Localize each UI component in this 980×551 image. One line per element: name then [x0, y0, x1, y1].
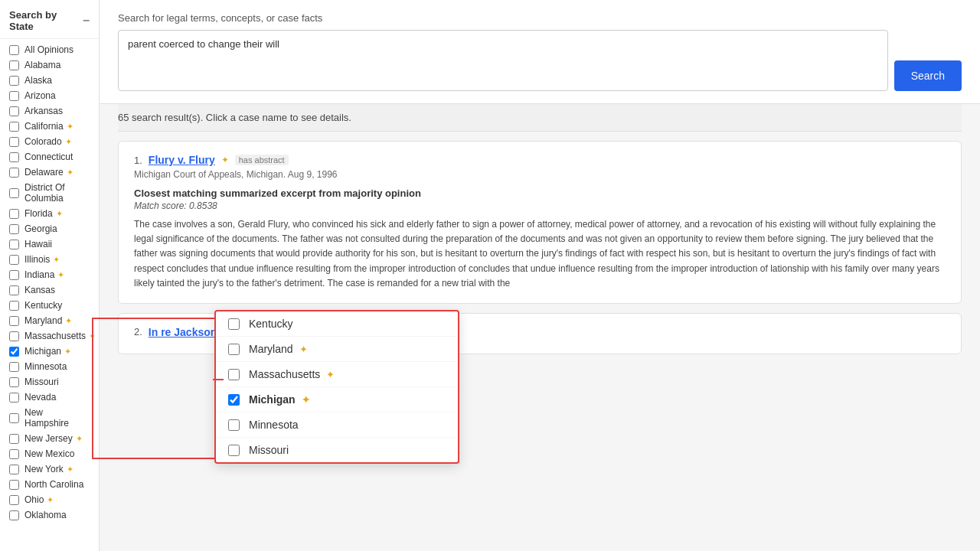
- checkbox-9[interactable]: [9, 188, 19, 198]
- sidebar-state-23[interactable]: New Hampshire: [0, 405, 99, 431]
- checkbox-0[interactable]: [9, 45, 19, 55]
- checkbox-8[interactable]: [9, 168, 19, 178]
- zoom-state-5[interactable]: Missouri: [216, 438, 458, 462]
- collapse-icon[interactable]: −: [83, 14, 90, 28]
- zoom-checkbox-5[interactable]: [228, 445, 240, 456]
- sidebar-state-12[interactable]: Hawaii: [0, 236, 99, 252]
- zoom-checkbox-3[interactable]: [228, 394, 240, 406]
- sidebar-state-1[interactable]: Alabama: [0, 57, 99, 73]
- zoom-state-2[interactable]: Massachusetts✦: [216, 362, 458, 387]
- sidebar-state-22[interactable]: Nevada: [0, 390, 99, 405]
- checkbox-24[interactable]: [9, 434, 19, 444]
- checkbox-7[interactable]: [9, 152, 19, 162]
- checkbox-25[interactable]: [9, 449, 19, 459]
- state-label-29: Oklahoma: [24, 510, 67, 520]
- sidebar-state-27[interactable]: North Carolina: [0, 477, 99, 492]
- checkbox-12[interactable]: [9, 240, 19, 249]
- checkbox-2[interactable]: [9, 76, 19, 86]
- sidebar-state-28[interactable]: Ohio✦: [0, 492, 99, 507]
- sidebar-state-25[interactable]: New Mexico: [0, 446, 99, 461]
- zoom-state-label-3: Michigan: [249, 393, 296, 406]
- sidebar-state-8[interactable]: Delaware✦: [0, 165, 99, 180]
- checkbox-6[interactable]: [9, 137, 19, 147]
- sidebar-state-10[interactable]: Florida✦: [0, 206, 99, 221]
- result-text-1: The case involves a son, Gerald Flury, w…: [134, 217, 946, 291]
- checkbox-21[interactable]: [9, 377, 19, 387]
- result-match-score-1: Match score: 0.8538: [134, 201, 946, 211]
- result-case-link-1[interactable]: Flury v. Flury: [149, 154, 215, 166]
- result-case-link-2[interactable]: In re Jackson: [149, 326, 217, 338]
- checkbox-23[interactable]: [9, 413, 19, 423]
- checkbox-4[interactable]: [9, 106, 19, 116]
- zoom-state-4[interactable]: Minnesota: [216, 412, 458, 438]
- search-button[interactable]: Search: [894, 60, 962, 91]
- sidebar-state-16[interactable]: Kentucky: [0, 298, 99, 313]
- result-number-2: 2.: [134, 326, 142, 337]
- sidebar-state-15[interactable]: Kansas: [0, 282, 99, 298]
- zoom-state-1[interactable]: Maryland✦: [216, 337, 458, 362]
- checkbox-13[interactable]: [9, 255, 19, 265]
- sidebar-state-9[interactable]: District Of Columbia: [0, 180, 99, 206]
- checkbox-15[interactable]: [9, 285, 19, 295]
- zoom-checkbox-1[interactable]: [228, 344, 240, 355]
- results-count: 65 search result(s). Click a case name t…: [118, 104, 962, 132]
- checkbox-26[interactable]: [9, 465, 19, 474]
- checkbox-29[interactable]: [9, 510, 19, 520]
- sidebar-state-5[interactable]: California✦: [0, 119, 99, 134]
- zoom-state-0[interactable]: Kentucky: [216, 311, 458, 337]
- zoom-state-3[interactable]: Michigan✦: [216, 387, 458, 412]
- zoom-state-label-0: Kentucky: [249, 318, 293, 330]
- zoom-checkbox-4[interactable]: [228, 419, 240, 431]
- sidebar-state-21[interactable]: Missouri: [0, 374, 99, 390]
- sidebar-state-29[interactable]: Oklahoma: [0, 507, 99, 523]
- sidebar-state-13[interactable]: Illinois✦: [0, 252, 99, 267]
- search-label: Search for legal terms, concepts, or cas…: [118, 12, 962, 24]
- checkbox-11[interactable]: [9, 224, 19, 234]
- zoom-checkbox-2[interactable]: [228, 369, 240, 380]
- sidebar-state-20[interactable]: Minnesota: [0, 359, 99, 374]
- checkbox-27[interactable]: [9, 480, 19, 490]
- checkbox-3[interactable]: [9, 91, 19, 101]
- sidebar-state-6[interactable]: Colorado✦: [0, 134, 99, 149]
- checkbox-28[interactable]: [9, 495, 19, 505]
- sparkle-icon-sidebar-5: ✦: [67, 122, 74, 132]
- state-label-6: Colorado: [24, 136, 62, 147]
- checkbox-1[interactable]: [9, 60, 19, 70]
- sidebar-state-26[interactable]: New York✦: [0, 461, 99, 477]
- sidebar-state-11[interactable]: Georgia: [0, 221, 99, 236]
- checkbox-20[interactable]: [9, 362, 19, 372]
- connector-arrow: [213, 379, 224, 380]
- sparkle-icon-sidebar-28: ✦: [47, 495, 54, 505]
- checkbox-17[interactable]: [9, 316, 19, 326]
- checkbox-18[interactable]: [9, 331, 19, 341]
- state-label-5: California: [24, 121, 64, 132]
- state-label-12: Hawaii: [24, 239, 52, 249]
- zoom-sparkle-2: ✦: [326, 369, 335, 380]
- checkbox-5[interactable]: [9, 122, 19, 132]
- state-label-11: Georgia: [24, 223, 57, 234]
- checkbox-10[interactable]: [9, 209, 19, 219]
- sidebar-state-0[interactable]: All Opinions: [0, 42, 99, 57]
- checkbox-19[interactable]: [9, 347, 19, 357]
- zoom-checkbox-0[interactable]: [228, 318, 240, 330]
- sidebar-state-18[interactable]: Massachusetts✦: [0, 328, 99, 344]
- sidebar-state-2[interactable]: Alaska: [0, 73, 99, 88]
- state-label-9: District Of Columbia: [24, 182, 90, 204]
- sidebar-state-3[interactable]: Arizona: [0, 88, 99, 103]
- sidebar-state-14[interactable]: Indiana✦: [0, 267, 99, 282]
- sparkle-icon-sidebar-17: ✦: [65, 316, 72, 326]
- checkbox-16[interactable]: [9, 301, 19, 311]
- state-label-14: Indiana: [24, 269, 54, 280]
- search-input[interactable]: parent coerced to change their will: [118, 30, 888, 91]
- zoom-popup: KentuckyMaryland✦Massachusetts✦Michigan✦…: [214, 310, 459, 464]
- sidebar-state-19[interactable]: Michigan✦: [0, 344, 99, 359]
- state-label-22: Nevada: [24, 392, 56, 403]
- sidebar-state-24[interactable]: New Jersey✦: [0, 431, 99, 446]
- sidebar-state-7[interactable]: Connecticut: [0, 149, 99, 165]
- sidebar-state-17[interactable]: Maryland✦: [0, 313, 99, 328]
- sidebar-state-4[interactable]: Arkansas: [0, 103, 99, 119]
- state-label-3: Arizona: [24, 90, 56, 101]
- checkbox-14[interactable]: [9, 270, 19, 280]
- sparkle-icon-sidebar-19: ✦: [64, 347, 71, 357]
- checkbox-22[interactable]: [9, 393, 19, 403]
